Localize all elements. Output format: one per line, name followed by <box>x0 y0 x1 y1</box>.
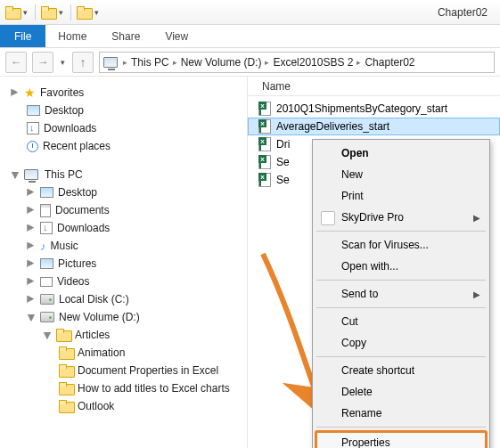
expander-icon[interactable]: ⯈ <box>27 277 36 287</box>
chevron-right-icon[interactable]: ▸ <box>263 58 271 67</box>
file-row[interactable]: AverageDeliveries_start <box>248 118 500 135</box>
tree-item[interactable]: How to add titles to Excel charts <box>7 379 242 397</box>
expander-icon[interactable]: ⯈ <box>27 224 36 233</box>
navigation-bar: ← → ▾ ↑ ▸ This PC ▸ New Volume (D:) ▸ Ex… <box>0 48 500 77</box>
back-button[interactable]: ← <box>5 52 27 73</box>
file-tab[interactable]: File <box>0 25 45 47</box>
music-icon <box>40 240 46 253</box>
drive-icon <box>40 312 54 322</box>
breadcrumb-segment[interactable]: Excel2010SBS 2 <box>273 56 353 69</box>
tree-item[interactable]: Outlook <box>7 397 242 415</box>
tree-item[interactable]: ⯆New Volume (D:) <box>7 308 242 326</box>
tree-item[interactable]: ⯈Downloads <box>7 219 242 237</box>
file-name: Dri <box>276 138 290 151</box>
tree-label: How to add titles to Excel charts <box>78 382 230 395</box>
column-header-name[interactable]: Name <box>248 77 500 96</box>
tree-item[interactable]: ⯈Local Disk (C:) <box>7 290 242 308</box>
submenu-arrow-icon: ▶ <box>473 289 480 299</box>
tree-item[interactable]: Document Properties in Excel <box>7 362 242 379</box>
tab-share[interactable]: Share <box>99 25 152 47</box>
tree-label: Recent places <box>43 140 111 152</box>
tree-label: This PC <box>45 168 83 181</box>
tree-thispc[interactable]: ⯆ This PC <box>7 166 242 183</box>
forward-button[interactable]: → <box>32 52 53 73</box>
new-folder-icon[interactable] <box>77 6 91 19</box>
file-row[interactable]: 2010Q1ShipmentsByCategory_start <box>248 100 500 118</box>
tab-home[interactable]: Home <box>45 25 99 47</box>
address-bar[interactable]: ▸ This PC ▸ New Volume (D:) ▸ Excel2010S… <box>99 52 495 73</box>
chevron-right-icon[interactable]: ▸ <box>121 58 129 67</box>
tree-label: Desktop <box>45 104 84 117</box>
menu-separator <box>316 356 486 357</box>
chevron-down-icon[interactable]: ▾ <box>57 8 65 17</box>
menu-item-delete[interactable]: Delete <box>315 381 488 403</box>
chevron-right-icon[interactable]: ▸ <box>171 58 179 67</box>
breadcrumb-segment[interactable]: This PC <box>131 56 169 69</box>
expander-icon[interactable]: ⯈ <box>27 295 36 305</box>
breadcrumb-segment[interactable]: New Volume (D:) <box>181 56 262 69</box>
menu-item-shortcut[interactable]: Create shortcut <box>315 360 488 381</box>
tree-item[interactable]: ⯈Desktop <box>7 183 242 201</box>
expander-icon[interactable]: ⯈ <box>27 259 36 269</box>
menu-item-new[interactable]: New <box>315 164 488 185</box>
excel-file-icon <box>258 119 271 134</box>
menu-item-print[interactable]: Print <box>315 185 488 207</box>
expander-icon[interactable]: ⯆ <box>43 330 52 340</box>
qat-customize-icon[interactable]: ▾ <box>93 8 101 17</box>
menu-item-skydrive[interactable]: SkyDrive Pro▶ <box>315 207 488 228</box>
tree-label: Local Disk (C:) <box>59 293 129 305</box>
menu-label: Send to <box>341 288 378 300</box>
tree-item[interactable]: ⯈Pictures <box>7 255 242 273</box>
tree-item[interactable]: Animation <box>7 344 242 362</box>
tree-item[interactable]: ⯈Videos <box>7 273 242 290</box>
menu-item-cut[interactable]: Cut <box>315 311 488 332</box>
menu-item-copy[interactable]: Copy <box>315 332 488 354</box>
this-pc-icon <box>103 57 118 68</box>
quick-access-toolbar: ▾ ▾ ▾ <box>5 4 101 20</box>
up-button[interactable]: ↑ <box>72 52 94 73</box>
chevron-right-icon[interactable]: ▸ <box>355 58 363 67</box>
history-dropdown-icon[interactable]: ▾ <box>59 58 67 67</box>
tree-item[interactable]: ⯈Music <box>7 237 242 255</box>
menu-separator <box>316 307 486 308</box>
tree-label: Downloads <box>44 122 96 134</box>
submenu-arrow-icon: ▶ <box>473 213 480 223</box>
tree-label: Pictures <box>58 257 96 270</box>
menu-item-scan[interactable]: Scan for Viruses... <box>315 234 488 256</box>
tree-favorites[interactable]: ⯈ ★ Favorites <box>7 84 242 102</box>
expander-icon[interactable]: ⯈ <box>27 188 36 198</box>
breadcrumb-segment[interactable]: Chapter02 <box>365 56 414 69</box>
menu-item-openwith[interactable]: Open with... <box>315 256 488 277</box>
tab-view[interactable]: View <box>152 25 201 47</box>
file-name: Se <box>276 174 290 186</box>
documents-icon <box>40 204 51 217</box>
file-name: AverageDeliveries_start <box>276 120 389 133</box>
chevron-down-icon[interactable]: ▾ <box>21 8 29 17</box>
videos-icon <box>40 277 53 287</box>
file-name: 2010Q1ShipmentsByCategory_start <box>276 102 447 115</box>
menu-item-properties[interactable]: Properties <box>315 430 488 448</box>
tree-item-desktop[interactable]: Desktop <box>7 102 242 119</box>
tree-item[interactable]: ⯈Documents <box>7 201 242 219</box>
menu-item-open[interactable]: Open <box>315 143 488 164</box>
expander-icon[interactable]: ⯈ <box>27 206 36 216</box>
menu-item-rename[interactable]: Rename <box>315 403 488 424</box>
menu-item-sendto[interactable]: Send to▶ <box>315 283 488 305</box>
expander-icon[interactable]: ⯈ <box>27 241 36 251</box>
folder-icon <box>59 400 73 412</box>
expander-icon[interactable]: ⯈ <box>11 88 20 98</box>
tree-item-recent[interactable]: Recent places <box>7 137 242 155</box>
menu-label: SkyDrive Pro <box>341 211 404 224</box>
tree-label: Animation <box>78 346 125 359</box>
context-menu: Open New Print SkyDrive Pro▶ Scan for Vi… <box>312 139 490 448</box>
pictures-icon <box>40 258 53 269</box>
expander-icon[interactable]: ⯆ <box>27 313 36 322</box>
tree-item-articles[interactable]: ⯆Articles <box>7 326 242 344</box>
recent-icon <box>27 141 38 152</box>
tree-item-downloads[interactable]: Downloads <box>7 119 242 137</box>
properties-icon[interactable] <box>41 6 55 19</box>
this-pc-icon <box>24 169 38 180</box>
folder-icon <box>56 329 70 341</box>
tree-label: New Volume (D:) <box>59 311 140 323</box>
expander-icon[interactable]: ⯆ <box>11 170 20 180</box>
